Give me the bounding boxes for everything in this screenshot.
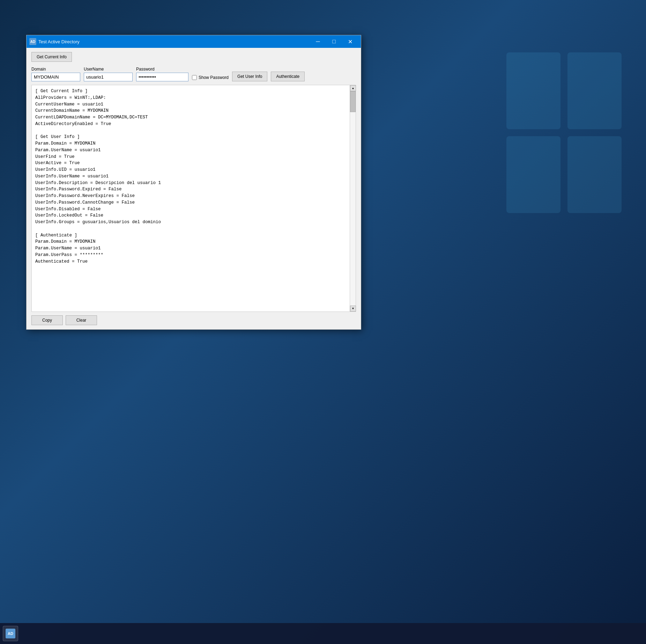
taskbar: AD — [0, 623, 646, 644]
password-group: Password — [136, 67, 188, 81]
taskbar-icon-inner: AD — [6, 629, 15, 638]
window-title: Test Active Directory — [38, 39, 310, 44]
top-toolbar: Get Current Info — [31, 52, 356, 62]
close-button[interactable]: ✕ — [342, 35, 358, 48]
taskbar-app-icon[interactable]: AD — [3, 626, 18, 641]
svg-rect-0 — [506, 52, 560, 129]
domain-label: Domain — [31, 67, 80, 72]
show-password-checkbox[interactable] — [192, 75, 197, 80]
username-group: UserName — [84, 67, 133, 81]
scroll-down-button[interactable]: ▼ — [350, 306, 356, 312]
get-user-info-button[interactable]: Get User Info — [232, 72, 267, 81]
output-text: [ Get Current Info ] AllProviders = WinN… — [32, 85, 349, 312]
show-password-label[interactable]: Show Password — [199, 75, 229, 80]
svg-rect-1 — [567, 52, 622, 129]
svg-rect-3 — [567, 136, 622, 213]
username-input[interactable] — [84, 73, 133, 81]
output-container: [ Get Current Info ] AllProviders = WinN… — [31, 85, 356, 312]
scroll-up-button[interactable]: ▲ — [350, 85, 356, 91]
minimize-button[interactable]: ─ — [310, 35, 326, 48]
taskbar-icon-label: AD — [8, 631, 13, 636]
app-icon: AD — [29, 38, 36, 45]
scroll-thumb[interactable] — [350, 91, 356, 112]
clear-button[interactable]: Clear — [66, 315, 97, 325]
get-current-info-button[interactable]: Get Current Info — [31, 52, 72, 62]
domain-group: Domain — [31, 67, 80, 81]
authenticate-button[interactable]: Authenticate — [271, 72, 305, 81]
title-bar: AD Test Active Directory ─ □ ✕ — [27, 35, 361, 48]
desktop: AD Test Active Directory ─ □ ✕ Get Curre… — [0, 0, 646, 644]
password-input[interactable] — [136, 73, 188, 81]
domain-input[interactable] — [31, 73, 80, 81]
show-password-group: Show Password — [192, 75, 229, 80]
main-window: AD Test Active Directory ─ □ ✕ Get Curre… — [26, 35, 361, 330]
scroll-track — [350, 91, 356, 306]
scrollbar[interactable]: ▲ ▼ — [350, 85, 356, 312]
bottom-bar: Copy Clear — [31, 315, 356, 325]
form-row: Domain UserName Password Show Password G… — [31, 67, 356, 81]
password-label: Password — [136, 67, 188, 72]
maximize-button[interactable]: □ — [326, 35, 342, 48]
app-icon-text: AD — [30, 40, 35, 44]
window-content: Get Current Info Domain UserName Passwor… — [27, 48, 361, 329]
window-controls: ─ □ ✕ — [310, 35, 358, 48]
svg-rect-2 — [506, 136, 560, 213]
windows-logo-decoration — [506, 52, 629, 228]
username-label: UserName — [84, 67, 133, 72]
copy-button[interactable]: Copy — [31, 315, 63, 325]
